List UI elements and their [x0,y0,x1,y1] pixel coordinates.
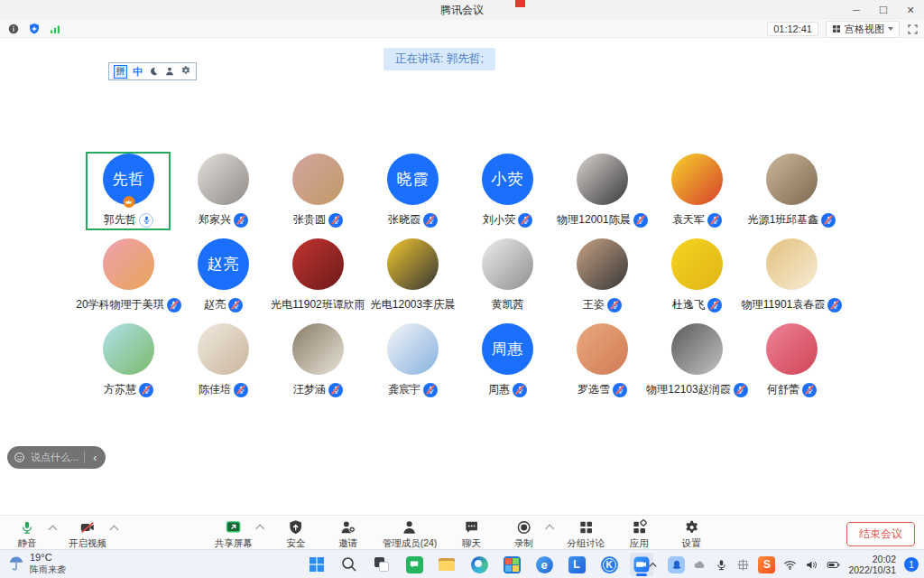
participant-cell[interactable]: 袁天军 [650,150,744,235]
input-indicator-icon[interactable] [736,558,750,572]
participant-cell[interactable]: 汪梦涵 [271,320,365,405]
mic-muted-icon [234,213,248,228]
invite-button[interactable]: 邀请 [328,518,368,551]
expand-caret-icon[interactable] [545,525,554,534]
apps-button[interactable]: 应用 [619,518,659,551]
task-view-icon [373,555,391,573]
chat-input-placeholder[interactable]: 说点什么... [31,451,79,464]
mic-muted-icon [328,383,343,397]
taskbar-windows-start[interactable] [305,553,328,576]
expand-caret-icon[interactable] [255,525,264,534]
ime-lang-indicator[interactable]: 中 [133,65,143,79]
share-screen-button[interactable]: 共享屏幕 [213,518,254,551]
participant-cell[interactable]: 罗选雪 [555,320,650,405]
sogou-icon[interactable]: S [758,556,775,573]
mute-button[interactable]: 静音 [7,518,47,551]
participant-cell[interactable]: 光源1班邱基鑫 [744,150,839,235]
tray-mic-icon[interactable] [715,558,728,572]
notification-badge[interactable]: 1 [904,557,919,572]
tencent-meeting-window: 腾讯会议 ─ ☐ ✕ 01:12:41 宫格视图 拼 中 [0,0,924,578]
toolbar-center: 共享屏幕安全邀请管理成员(24)聊天录制分组讨论应用设置 [213,518,712,551]
members-icon [402,519,418,536]
taskbar-edge[interactable] [467,553,491,576]
weather-widget[interactable]: 19°C 阵雨来袭 [7,552,66,575]
participant-cell[interactable]: 20学科物理于美琪 [81,235,176,320]
file-explorer-icon [438,555,456,573]
participant-cell[interactable]: 郑家兴 [176,150,271,235]
participant-name: 方苏慧 [104,382,136,397]
mic-options-caret-icon[interactable] [49,526,58,535]
record-button[interactable]: 录制 [504,518,543,551]
taskbar-search[interactable] [337,553,361,576]
security-button[interactable]: 安全 [276,518,316,551]
user-icon[interactable] [164,66,175,77]
mic-muted-icon [328,213,343,228]
participant-cell[interactable]: 龚宸宇 [365,320,460,405]
participant-cell[interactable]: 先哲郭先哲 [81,150,176,235]
minimize-button[interactable]: ─ [843,0,870,20]
qq-icon[interactable] [668,556,685,573]
settings-button[interactable]: 设置 [671,518,711,551]
fullscreen-icon[interactable] [907,23,919,35]
mic-muted-icon [228,298,243,312]
moon-icon[interactable] [148,66,159,77]
participant-cell[interactable]: 光电12003李庆晨 [365,235,460,320]
participant-cell[interactable]: 光电11902班谭欣雨 [271,235,365,320]
participant-cell[interactable]: 杜逸飞 [650,235,744,320]
protection-shield-icon[interactable] [28,23,41,35]
breakout-button[interactable]: 分组讨论 [565,518,606,551]
cloud-icon[interactable] [693,558,707,572]
participant-cell[interactable]: 物理11901袁春霞 [744,235,839,320]
participant-cell[interactable]: 赵亮赵亮 [176,235,271,320]
participant-avatar [577,323,628,375]
microphone-icon [19,519,35,536]
mic-muted-icon [513,383,527,397]
windows-taskbar: 19°C 阵雨来袭 eLK S 20:02 2022/10/31 1 [0,549,924,578]
meeting-info-icon[interactable] [7,23,20,35]
view-mode-label: 宫格视图 [845,23,884,36]
participant-cell[interactable]: 小荧刘小荧 [460,150,555,235]
chat-quick-bar[interactable]: 说点什么... ‹ [7,446,106,469]
mic-muted-icon [607,298,622,312]
participant-cell[interactable]: 物理12103赵润霞 [650,320,744,405]
taskbar-file-explorer[interactable] [435,553,458,576]
participant-cell[interactable]: 周惠周惠 [460,320,555,405]
taskbar-lenovo-manager[interactable]: L [565,553,588,576]
taskbar-wechat[interactable] [402,553,426,576]
speaker-icon[interactable] [805,558,818,572]
emoji-icon[interactable] [14,452,25,463]
participant-cell[interactable]: 物理12001陈晨 [555,150,650,235]
view-mode-button[interactable]: 宫格视图 [826,21,900,38]
participant-name: 20学科物理于美琪 [76,297,163,312]
ime-pinyin-indicator[interactable]: 拼 [114,65,127,79]
participant-cell[interactable]: 何舒蕾 [744,320,839,405]
participant-cell[interactable]: 黄凯茜 [460,235,555,320]
start-video-button[interactable]: 开启视频 [67,518,108,551]
wifi-icon[interactable] [783,558,797,572]
collapse-chat-icon[interactable]: ‹ [90,452,99,464]
recording-indicator [515,0,525,7]
taskbar-microsoft-store[interactable] [500,553,523,576]
chevron-up-icon[interactable] [646,558,660,572]
chat-button[interactable]: 聊天 [451,518,491,551]
end-meeting-button[interactable]: 结束会议 [846,522,915,546]
participant-cell[interactable]: 王姿 [555,235,650,320]
participant-cell[interactable]: 陈佳培 [176,320,271,405]
close-button[interactable]: ✕ [897,0,924,20]
taskbar-task-view[interactable] [370,553,393,576]
gear-icon[interactable] [180,63,191,79]
members-button[interactable]: 管理成员(24) [381,518,439,551]
taskbar-k-app[interactable]: K [597,553,621,576]
participant-cell[interactable]: 方苏慧 [81,320,176,405]
taskbar-browser-e[interactable]: e [532,553,556,576]
video-options-caret-icon[interactable] [110,526,119,535]
clock[interactable]: 20:02 2022/10/31 [848,554,896,575]
search-icon [340,555,358,573]
maximize-button[interactable]: ☐ [870,0,897,20]
ime-toolbar[interactable]: 拼 中 [108,62,197,80]
battery-icon[interactable] [827,558,840,572]
mute-label: 静音 [18,537,37,550]
participant-cell[interactable]: 张贵圆 [271,150,365,235]
participant-cell[interactable]: 晓霞张晓霞 [365,150,460,235]
participant-avatar [198,154,249,205]
